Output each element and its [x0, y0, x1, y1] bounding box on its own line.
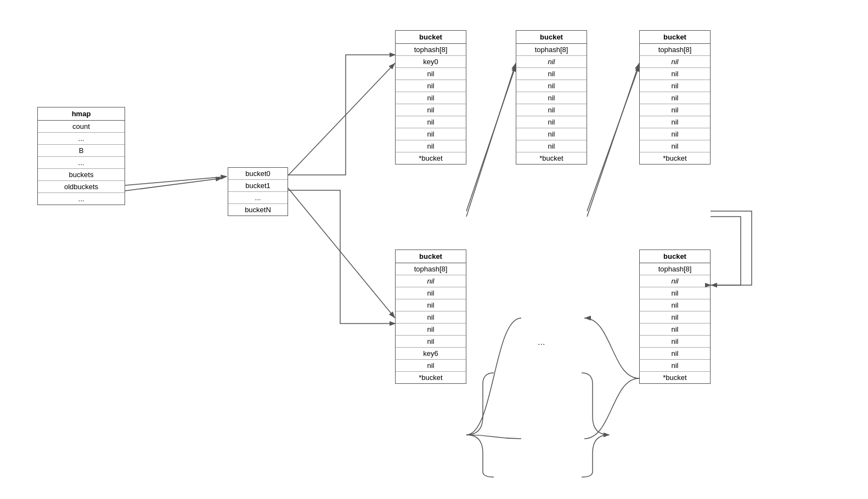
bucket4-nil-italic: nil [396, 275, 466, 287]
bucket4-nil6: nil [396, 360, 466, 372]
bucket5-nil-italic: nil [640, 275, 710, 287]
diagram-container: hmap count ... B ... buckets oldbuckets … [0, 0, 868, 499]
bucket5-nil1: nil [640, 287, 710, 299]
bucket2-nil-italic: nil [516, 56, 587, 68]
bucket-array-box: bucket0 bucket1 ... bucketN [228, 167, 288, 216]
bucket0: bucket0 [228, 168, 288, 180]
bucket5-nil3: nil [640, 311, 710, 324]
bucket2-nil3: nil [516, 92, 587, 104]
bucket2-nil5: nil [516, 116, 587, 128]
ellipsis-label: ... [538, 337, 545, 347]
bucket3-nil1: nil [640, 68, 710, 80]
bucket2-nil4: nil [516, 104, 587, 116]
hmap-b: B [38, 145, 125, 157]
svg-line-10 [466, 66, 516, 211]
bucket5-overflow: *bucket [640, 372, 710, 383]
hmap-count: count [38, 121, 125, 133]
bucket2-nil1: nil [516, 68, 587, 80]
bucket2-tophash: tophash[8] [516, 44, 587, 56]
bucket3-nil7: nil [640, 140, 710, 152]
bucket2-nil6: nil [516, 128, 587, 140]
bucket5-nil6: nil [640, 348, 710, 360]
bucket1: bucket1 [228, 180, 288, 192]
bucket2-title: bucket [516, 31, 587, 44]
hmap-dots1: ... [38, 133, 125, 145]
bucket5-tophash: tophash[8] [640, 263, 710, 275]
svg-line-6 [288, 188, 395, 318]
bucket4-nil1: nil [396, 287, 466, 299]
bucket4-nil5: nil [396, 336, 466, 348]
bucket2-nil2: nil [516, 80, 587, 92]
bucket5-nil5: nil [640, 336, 710, 348]
bucket1-nil6: nil [396, 128, 466, 140]
bucket-box-5: bucket tophash[8] nil nil nil nil nil ni… [639, 250, 711, 384]
bucket3-nil3: nil [640, 92, 710, 104]
bucket1-key0: key0 [396, 56, 466, 68]
bucket4-nil3: nil [396, 311, 466, 324]
bucket1-title: bucket [396, 31, 466, 44]
bucket4-tophash: tophash[8] [396, 263, 466, 275]
bucket5-nil7: nil [640, 360, 710, 372]
bucket-box-1: bucket tophash[8] key0 nil nil nil nil n… [395, 30, 466, 165]
bucket4-nil2: nil [396, 299, 466, 311]
bucket4-title: bucket [396, 250, 466, 263]
bucket2-overflow: *bucket [516, 152, 587, 164]
bucketN: bucketN [228, 204, 288, 216]
svg-line-5 [587, 63, 639, 217]
bucket1-tophash: tophash[8] [396, 44, 466, 56]
bucket1-nil2: nil [396, 80, 466, 92]
bucket3-tophash: tophash[8] [640, 44, 710, 56]
svg-line-9 [125, 177, 227, 185]
bucket-dots: ... [228, 192, 288, 204]
bucket3-nil-italic: nil [640, 56, 710, 68]
hmap-box: hmap count ... B ... buckets oldbuckets … [37, 107, 125, 205]
bucket-box-3: bucket tophash[8] nil nil nil nil nil ni… [639, 30, 711, 165]
bucket4-nil4: nil [396, 324, 466, 336]
bucket3-nil6: nil [640, 128, 710, 140]
bucket4-key6: key6 [396, 348, 466, 360]
hmap-title: hmap [38, 107, 125, 121]
bucket5-title: bucket [640, 250, 710, 263]
svg-line-2 [125, 178, 222, 191]
bucket1-nil3: nil [396, 92, 466, 104]
svg-line-4 [466, 63, 516, 217]
bucket4-overflow: *bucket [396, 372, 466, 383]
bucket3-nil2: nil [640, 80, 710, 92]
bucket-box-4: bucket tophash[8] nil nil nil nil nil ni… [395, 250, 466, 384]
bucket1-nil1: nil [396, 68, 466, 80]
bucket1-nil4: nil [396, 104, 466, 116]
svg-line-3 [288, 63, 395, 175]
hmap-dots3: ... [38, 193, 125, 205]
bucket3-overflow: *bucket [640, 152, 710, 164]
bucket-box-2: bucket tophash[8] nil nil nil nil nil ni… [516, 30, 587, 165]
bucket1-nil5: nil [396, 116, 466, 128]
hmap-dots2: ... [38, 157, 125, 169]
bucket2-nil7: nil [516, 140, 587, 152]
svg-line-11 [587, 66, 639, 211]
bucket3-title: bucket [640, 31, 710, 44]
bucket3-nil4: nil [640, 104, 710, 116]
bucket1-nil7: nil [396, 140, 466, 152]
hmap-buckets: buckets [38, 169, 125, 181]
bucket5-nil2: nil [640, 299, 710, 311]
bucket5-nil4: nil [640, 324, 710, 336]
hmap-oldbuckets: oldbuckets [38, 181, 125, 193]
bucket1-overflow: *bucket [396, 152, 466, 164]
bucket3-nil5: nil [640, 116, 710, 128]
